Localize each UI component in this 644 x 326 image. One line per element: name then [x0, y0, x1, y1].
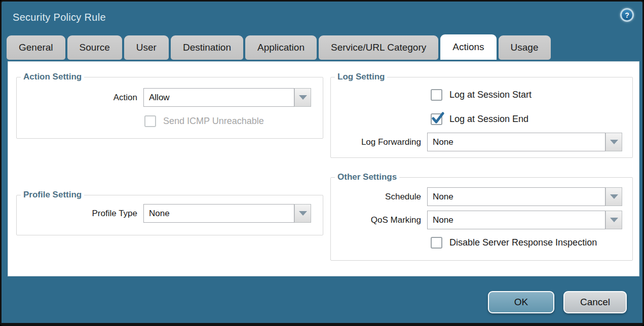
- chevron-down-icon: [299, 95, 307, 100]
- log-forwarding-dropdown: None: [427, 133, 622, 151]
- action-setting-legend: Action Setting: [21, 72, 84, 82]
- log-session-start-row[interactable]: Log at Session Start: [431, 89, 632, 101]
- tab-source[interactable]: Source: [67, 35, 122, 60]
- action-dropdown-value[interactable]: Allow: [143, 88, 294, 107]
- cancel-button[interactable]: Cancel: [563, 291, 627, 313]
- profile-type-dropdown-button[interactable]: [294, 204, 311, 223]
- profile-type-dropdown-value[interactable]: None: [143, 204, 294, 223]
- log-setting-legend: Log Setting: [335, 72, 387, 82]
- chevron-down-icon: [610, 218, 618, 222]
- profile-type-dropdown: None: [143, 204, 311, 223]
- log-forwarding-dropdown-button[interactable]: [605, 133, 622, 151]
- chevron-down-icon: [299, 211, 307, 216]
- qos-marking-dropdown: None: [427, 211, 622, 229]
- chevron-down-icon: [610, 194, 618, 199]
- tab-general[interactable]: General: [7, 35, 65, 60]
- tab-user[interactable]: User: [124, 35, 169, 60]
- tab-service-url-category[interactable]: Service/URL Category: [319, 35, 438, 60]
- log-session-end-checkbox[interactable]: [431, 113, 442, 125]
- log-session-start-checkbox[interactable]: [431, 89, 442, 101]
- schedule-dropdown-button[interactable]: [605, 187, 622, 206]
- action-dropdown: Allow: [143, 88, 311, 107]
- tab-bar: General Source User Destination Applicat…: [2, 34, 642, 60]
- log-forwarding-label: Log Forwarding: [331, 137, 427, 147]
- dsri-row[interactable]: Disable Server Response Inspection: [431, 237, 632, 249]
- tab-actions[interactable]: Actions: [440, 34, 496, 60]
- send-icmp-unreachable-row: Send ICMP Unreachable: [144, 115, 323, 127]
- tab-application[interactable]: Application: [245, 35, 317, 60]
- actions-tab-panel: Action Setting Action Allow Send ICMP Un…: [8, 61, 639, 276]
- schedule-label: Schedule: [331, 192, 427, 202]
- chevron-down-icon: [610, 140, 618, 144]
- qos-marking-dropdown-value[interactable]: None: [427, 211, 605, 229]
- dsri-label[interactable]: Disable Server Response Inspection: [442, 237, 597, 248]
- schedule-dropdown-value[interactable]: None: [427, 187, 605, 206]
- qos-marking-label: QoS Marking: [331, 215, 427, 225]
- dialog-title: Security Policy Rule: [13, 12, 106, 23]
- log-setting-group: Log Setting Log at Session Start Log at …: [330, 72, 633, 158]
- dsri-checkbox[interactable]: [431, 237, 442, 249]
- action-dropdown-button[interactable]: [294, 88, 311, 107]
- schedule-dropdown: None: [427, 187, 622, 206]
- action-setting-group: Action Setting Action Allow Send ICMP Un…: [16, 72, 323, 139]
- send-icmp-unreachable-checkbox: [144, 115, 156, 127]
- send-icmp-unreachable-label: Send ICMP Unreachable: [156, 116, 264, 127]
- log-session-end-label[interactable]: Log at Session End: [442, 114, 528, 125]
- profile-type-label: Profile Type: [17, 209, 143, 219]
- tab-destination[interactable]: Destination: [171, 35, 243, 60]
- log-session-start-label[interactable]: Log at Session Start: [442, 90, 532, 100]
- action-label: Action: [17, 93, 143, 103]
- other-settings-legend: Other Settings: [335, 172, 399, 182]
- dialog-footer: OK Cancel: [488, 291, 627, 313]
- ok-button[interactable]: OK: [488, 291, 554, 313]
- help-icon[interactable]: ?: [620, 8, 634, 22]
- qos-marking-dropdown-button[interactable]: [605, 211, 622, 229]
- log-forwarding-dropdown-value[interactable]: None: [427, 133, 605, 151]
- profile-setting-group: Profile Setting Profile Type None: [16, 190, 323, 235]
- other-settings-group: Other Settings Schedule None QoS Marking…: [330, 172, 633, 261]
- check-icon: [431, 112, 444, 125]
- title-bar: Security Policy Rule ?: [2, 2, 642, 34]
- question-mark-glyph: ?: [622, 10, 632, 20]
- tab-usage[interactable]: Usage: [499, 35, 551, 60]
- profile-setting-legend: Profile Setting: [21, 190, 84, 200]
- log-session-end-row[interactable]: Log at Session End: [431, 113, 632, 125]
- security-policy-rule-dialog: Security Policy Rule ? General Source Us…: [0, 0, 644, 326]
